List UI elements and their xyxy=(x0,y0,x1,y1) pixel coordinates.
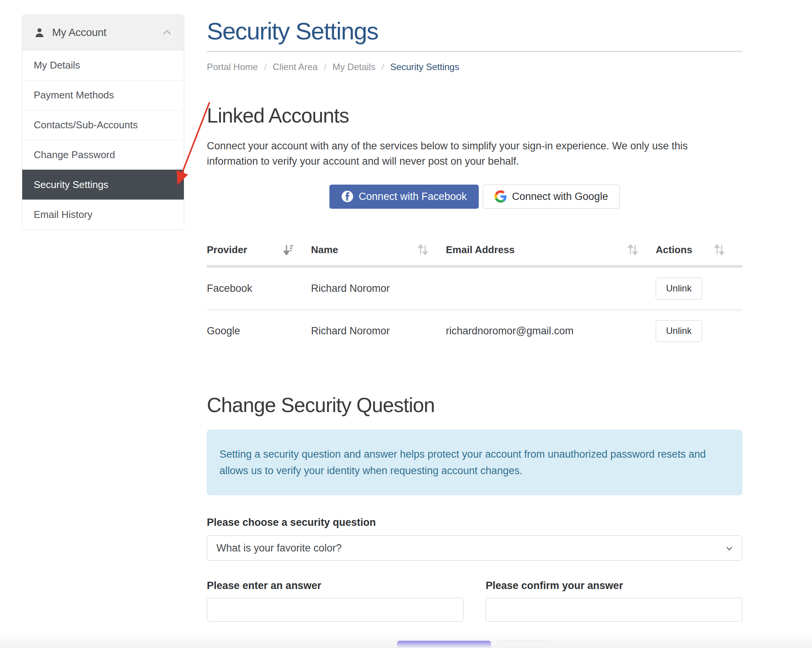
question-select-label: Please choose a security question xyxy=(207,517,742,529)
cell-name: Richard Noromor xyxy=(311,283,446,295)
linked-accounts-heading: Linked Accounts xyxy=(207,104,742,127)
page-title: Security Settings xyxy=(207,17,742,45)
linked-accounts-description: Connect your account with any of the ser… xyxy=(207,139,728,169)
sort-both-icon[interactable] xyxy=(714,244,725,255)
sidebar-header-label: My Account xyxy=(52,26,106,39)
sidebar-item-contacts-sub-accounts[interactable]: Contacts/Sub-Accounts xyxy=(22,110,184,140)
connect-facebook-button[interactable]: Connect with Facebook xyxy=(329,185,479,209)
sidebar-item-my-details[interactable]: My Details xyxy=(22,50,184,80)
breadcrumb-separator: / xyxy=(381,62,384,72)
connect-google-label: Connect with Google xyxy=(512,191,608,203)
change-security-question-heading: Change Security Question xyxy=(207,393,742,417)
breadcrumb-separator: / xyxy=(264,62,267,72)
column-header-provider[interactable]: Provider xyxy=(207,244,311,256)
column-label: Provider xyxy=(207,244,247,256)
main-content: Security Settings Portal Home / Client A… xyxy=(207,0,742,648)
column-header-actions[interactable]: Actions xyxy=(656,244,742,256)
cell-email: richardnoromor@gmail.com xyxy=(446,325,656,337)
cell-provider: Facebook xyxy=(207,283,311,295)
security-settings-page: My Account My Details Payment Methods Co… xyxy=(0,0,812,648)
connect-facebook-label: Connect with Facebook xyxy=(359,191,467,203)
sidebar-item-payment-methods[interactable]: Payment Methods xyxy=(22,80,184,110)
linked-accounts-table: Provider Name Email Address xyxy=(207,244,742,352)
sidebar-item-security-settings[interactable]: Security Settings xyxy=(22,170,184,200)
breadcrumb-client-area[interactable]: Client Area xyxy=(273,62,318,72)
chevron-up-icon[interactable] xyxy=(162,27,172,38)
sidebar-item-email-history[interactable]: Email History xyxy=(22,200,184,229)
answer-input[interactable] xyxy=(207,598,463,622)
title-divider xyxy=(207,51,742,52)
confirm-field-group: Please confirm your answer xyxy=(486,580,742,622)
sidebar-item-change-password[interactable]: Change Password xyxy=(22,140,184,170)
google-icon xyxy=(494,190,507,203)
account-sidebar: My Account My Details Payment Methods Co… xyxy=(22,15,184,230)
column-label: Name xyxy=(311,244,338,256)
unlink-google-button[interactable]: Unlink xyxy=(656,320,702,342)
sort-both-icon[interactable] xyxy=(417,244,428,255)
table-row-google: Google Richard Noromor richardnoromor@gm… xyxy=(207,309,742,352)
column-label: Email Address xyxy=(446,244,515,256)
breadcrumb-separator: / xyxy=(324,62,326,72)
connect-buttons-row: Connect with Facebook Connect with Googl… xyxy=(207,185,742,209)
column-header-email-address[interactable]: Email Address xyxy=(446,244,656,256)
confirm-answer-input[interactable] xyxy=(486,598,742,622)
sidebar-header-my-account[interactable]: My Account xyxy=(22,15,184,50)
security-question-info-alert: Setting a security question and answer h… xyxy=(207,430,742,495)
sort-amount-desc-icon[interactable] xyxy=(283,244,293,255)
sort-both-icon[interactable] xyxy=(627,244,638,255)
breadcrumb-my-details[interactable]: My Details xyxy=(332,62,375,72)
facebook-icon xyxy=(341,190,354,203)
footer-band xyxy=(0,632,812,648)
answer-field-group: Please enter an answer xyxy=(207,580,463,622)
connect-google-button[interactable]: Connect with Google xyxy=(483,185,620,209)
breadcrumb: Portal Home / Client Area / My Details /… xyxy=(207,62,742,72)
confirm-answer-label: Please confirm your answer xyxy=(486,580,742,592)
column-header-name[interactable]: Name xyxy=(311,244,446,256)
cell-provider: Google xyxy=(207,325,311,337)
table-row-facebook: Facebook Richard Noromor Unlink xyxy=(207,268,742,309)
unlink-facebook-button[interactable]: Unlink xyxy=(656,278,702,299)
person-icon xyxy=(34,27,45,38)
breadcrumb-current: Security Settings xyxy=(390,62,459,72)
question-select-wrap: What is your favorite color? xyxy=(207,535,742,561)
breadcrumb-portal-home[interactable]: Portal Home xyxy=(207,62,258,72)
answer-label: Please enter an answer xyxy=(207,580,463,592)
security-question-select[interactable]: What is your favorite color? xyxy=(207,535,742,561)
answers-row: Please enter an answer Please confirm yo… xyxy=(207,580,742,622)
cell-name: Richard Noromor xyxy=(311,325,446,337)
table-header-row: Provider Name Email Address xyxy=(207,244,742,268)
column-label: Actions xyxy=(656,244,692,256)
